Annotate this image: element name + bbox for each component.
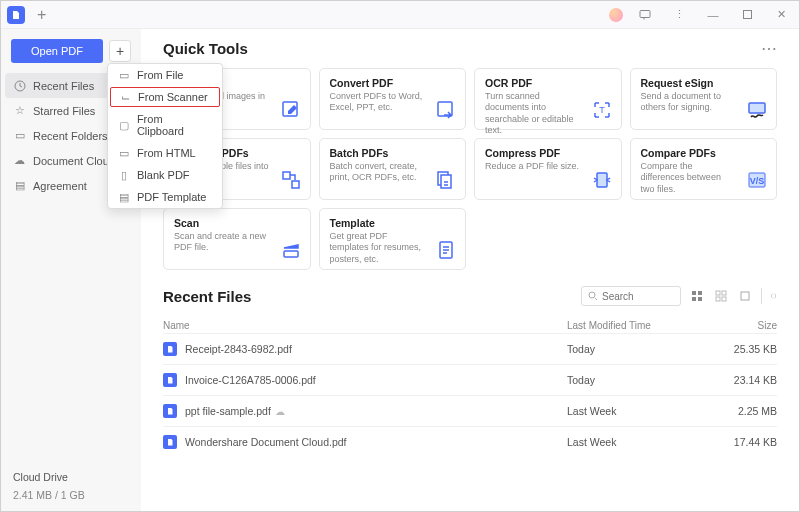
clock-icon [13,79,26,92]
quick-tools-more-icon[interactable]: ⋯ [761,39,777,58]
tool-template[interactable]: TemplateGet great PDF templates for resu… [319,208,467,270]
sidebar-label: Recent Files [33,80,94,92]
folder-icon: ▭ [118,69,130,81]
col-name[interactable]: Name [163,320,567,331]
tool-scan[interactable]: ScanScan and create a new PDF file. [163,208,311,270]
dropdown-label: PDF Template [137,191,207,203]
tool-title: Compress PDF [485,147,611,159]
esign-icon [746,99,768,121]
svg-rect-11 [597,173,607,187]
scanner-icon: ⌙ [119,91,131,103]
search-icon [588,291,598,301]
folder-icon: ▭ [13,129,26,142]
pdf-file-icon [163,435,177,449]
cloud-drive-usage: 2.41 MB / 1 GB [13,489,129,501]
tool-request-esign[interactable]: Request eSignSend a document to others f… [630,68,778,130]
file-name: Receipt-2843-6982.pdf [185,343,292,355]
new-tab-button[interactable]: + [31,6,52,24]
file-size: 25.35 KB [717,343,777,355]
minimize-button[interactable]: — [701,5,725,25]
tool-compress-pdf[interactable]: Compress PDFReduce a PDF file size. [474,138,622,200]
dropdown-item-from-clipboard[interactable]: ▢From Clipboard [108,108,222,142]
col-size[interactable]: Size [717,320,777,331]
file-name: ppt file-sample.pdf [185,405,271,417]
dropdown-item-pdf-template[interactable]: ▤PDF Template [108,186,222,208]
tool-desc: Convert PDFs to Word, Excel, PPT, etc. [330,91,425,114]
tool-ocr-pdf[interactable]: OCR PDFTurn scanned documents into searc… [474,68,622,130]
agreement-icon: ▤ [13,179,26,192]
table-row[interactable]: Invoice-C126A785-0006.pdfToday23.14 KB [163,364,777,395]
sidebar-label: Agreement [33,180,87,192]
svg-rect-22 [722,291,726,295]
file-name: Invoice-C126A785-0006.pdf [185,374,316,386]
dropdown-item-blank-pdf[interactable]: ▯Blank PDF [108,164,222,186]
svg-text:V/S: V/S [750,176,765,186]
table-row[interactable]: Receipt-2843-6982.pdfToday25.35 KB [163,333,777,364]
open-pdf-button[interactable]: Open PDF [11,39,103,63]
search-input[interactable] [602,291,662,302]
col-modified[interactable]: Last Modified Time [567,320,717,331]
svg-text:T: T [599,105,605,115]
dropdown-item-from-html[interactable]: ▭From HTML [108,142,222,164]
dropdown-label: From Scanner [138,91,208,103]
table-header: Name Last Modified Time Size [163,318,777,333]
file-modified: Last Week [567,436,717,448]
search-input-wrapper[interactable] [581,286,681,306]
svg-rect-14 [284,251,298,257]
compare-icon: V/S [746,169,768,191]
file-modified: Today [567,343,717,355]
template-icon [435,239,457,261]
view-list-icon[interactable] [689,288,705,304]
feedback-icon[interactable] [633,5,657,25]
dropdown-item-from-scanner[interactable]: ⌙From Scanner [110,87,220,107]
dropdown-label: From File [137,69,183,81]
batch-icon [435,169,457,191]
tool-title: Scan [174,217,300,229]
tool-title: OCR PDF [485,77,611,89]
recent-files-table: Name Last Modified Time Size Receipt-284… [163,318,777,457]
app-logo-icon [7,6,25,24]
svg-point-16 [589,292,595,298]
svg-rect-8 [292,181,299,188]
profile-avatar[interactable] [609,8,623,22]
compress-icon [591,169,613,191]
titlebar: + ⋮ — ✕ [1,1,799,29]
svg-rect-18 [698,291,702,295]
kebab-menu-icon[interactable]: ⋮ [667,5,691,25]
close-button[interactable]: ✕ [769,5,793,25]
maximize-button[interactable] [735,5,759,25]
tool-title: Request eSign [641,77,767,89]
dropdown-item-from-file[interactable]: ▭From File [108,64,222,86]
tool-batch-pdfs[interactable]: Batch PDFsBatch convert, create, print, … [319,138,467,200]
clipboard-icon: ▢ [118,119,130,131]
convert-icon [435,99,457,121]
template-icon: ▤ [118,191,130,203]
file-modified: Today [567,374,717,386]
svg-rect-7 [283,172,290,179]
svg-rect-6 [749,103,765,113]
create-pdf-dropdown: ▭From File ⌙From Scanner ▢From Clipboard… [107,63,223,209]
svg-rect-24 [722,297,726,301]
tool-convert-pdf[interactable]: Convert PDFConvert PDFs to Word, Excel, … [319,68,467,130]
tool-desc: Reduce a PDF file size. [485,161,580,172]
tool-title: Template [330,217,456,229]
star-icon: ☆ [13,104,26,117]
file-size: 17.44 KB [717,436,777,448]
table-row[interactable]: ppt file-sample.pdf☁Last Week2.25 MB [163,395,777,426]
cloud-drive-label: Cloud Drive [13,471,129,483]
create-pdf-button[interactable]: + [109,40,131,62]
tool-desc: Compare the differences between two file… [641,161,736,195]
refresh-icon[interactable] [761,288,777,304]
tool-desc: Scan and create a new PDF file. [174,231,269,254]
tool-desc: Send a document to others for signing. [641,91,736,114]
tool-compare-pdfs[interactable]: Compare PDFsCompare the differences betw… [630,138,778,200]
cloud-drive-status: Cloud Drive 2.41 MB / 1 GB [1,461,141,511]
pdf-file-icon [163,342,177,356]
tool-desc: Turn scanned documents into searchable o… [485,91,580,136]
table-row[interactable]: Wondershare Document Cloud.pdfLast Week1… [163,426,777,457]
tool-title: Compare PDFs [641,147,767,159]
sidebar: Open PDF + ▭From File ⌙From Scanner ▢Fro… [1,29,141,511]
sort-icon[interactable] [737,288,753,304]
file-modified: Last Week [567,405,717,417]
view-grid-icon[interactable] [713,288,729,304]
